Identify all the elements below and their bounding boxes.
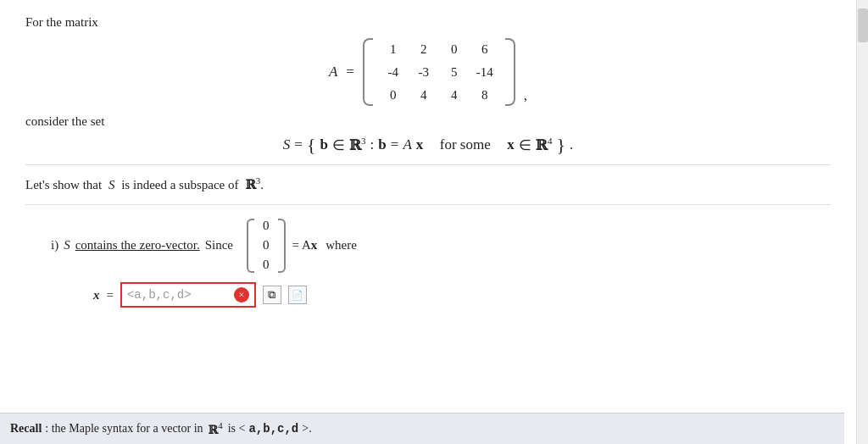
open-brace: { [307,136,316,154]
matrix-cell: -3 [412,65,436,80]
in-symbol-2: ∈ [519,136,531,154]
S-ref: S [108,178,115,191]
matrix-paren: 1 2 0 6 -4 -3 5 -14 0 4 4 8 [363,38,515,106]
recall-R4: ℝ4 [209,420,223,437]
matrix-cell: 6 [473,42,497,57]
matrix-cell: 0 [442,42,466,57]
matrix-block: A = 1 2 0 6 -4 -3 5 -14 [25,38,831,106]
set-formula-block: S = { b ∈ ℝ3 : b = Ax for some x ∈ ℝ4 } … [25,136,831,154]
x-bold: x [416,136,424,153]
matrix-cell: 0 [381,88,405,103]
colon: : [370,136,375,153]
matrix-cell: 2 [412,42,436,57]
copy-button[interactable]: ⧉ [263,286,281,304]
lets-show-text1: Let's show that [25,178,102,191]
zero-vec-2: 0 [263,258,270,272]
matrix-cell: 8 [473,88,497,103]
R3-ref: ℝ3 [245,178,260,191]
lets-show-text2: is indeed a subspace of [121,178,238,191]
R4-symbol: ℝ4 [536,136,553,154]
matrix-grid: 1 2 0 6 -4 -3 5 -14 0 4 4 8 [378,38,500,106]
paste-icon: 📄 [292,290,303,301]
since-text: Since [205,238,233,253]
matrix-equals: = [346,64,354,80]
matrix-label: A [329,64,337,80]
matrix-cell: -14 [473,65,497,80]
matrix-cell: 5 [442,65,466,80]
clear-icon[interactable]: × [234,287,249,302]
recall-label: Recall [10,422,42,436]
recall-bar: Recall : the Maple syntax for a vector i… [0,413,844,444]
S-label: S [283,136,291,153]
matrix-cell: 4 [412,88,436,103]
part-i-block: i) S contains the zero-vector. Since 0 0… [51,215,831,275]
close-brace: } [556,136,565,154]
b-bold-2: b [378,136,386,153]
consider-text: consider the set [25,114,831,129]
S-ref-2: S [64,238,70,253]
recall-mono: a,b,c,d [248,422,298,436]
input-equals: = [107,288,114,302]
eq-Ax: = Ax [292,238,318,253]
matrix-cell: -4 [381,65,405,80]
set-equals-2: = [391,136,399,153]
recall-text3: >. [302,422,311,436]
R3-symbol: ℝ3 [349,136,366,154]
where-text: where [326,238,357,253]
divider [25,164,831,165]
part-i-label: i) [51,238,58,253]
zero-vec-0: 0 [263,219,270,233]
contains-text: contains the zero-vector. [75,238,200,253]
input-row: x = <a,b,c,d> × ⧉ 📄 [93,282,831,308]
matrix-comma: , [524,87,527,106]
left-paren [363,38,373,106]
copy-icon: ⧉ [268,288,275,302]
x-input-label: x [93,288,100,302]
right-paren [505,38,515,106]
set-equals: = [294,136,303,153]
zero-vec-1: 0 [263,238,270,253]
divider-2 [25,204,831,205]
recall-text2: is < [228,422,246,436]
lets-show-text: Let's show that S is indeed a subspace o… [25,175,831,192]
for-some: for some [432,136,498,153]
vec-right-paren [278,219,286,273]
scrollbar[interactable] [856,0,868,444]
recall-text1: : the Maple syntax for a vector in [45,422,203,436]
matrix-cell: 4 [442,88,466,103]
x-bold-2: x [507,136,515,153]
intro-text: For the matrix [25,15,831,30]
b-bold: b [320,136,327,153]
scrollbar-thumb[interactable] [858,8,868,42]
in-symbol: ∈ [332,136,345,154]
period: . [570,136,573,153]
paste-button[interactable]: 📄 [288,286,307,304]
vec-left-paren [247,219,254,273]
A-label-2: A [403,136,411,153]
vector-input-box[interactable]: <a,b,c,d> × [120,282,256,308]
input-placeholder: <a,b,c,d> [127,288,231,302]
matrix-cell: 1 [381,42,405,57]
zero-vector: 0 0 0 [258,215,275,275]
